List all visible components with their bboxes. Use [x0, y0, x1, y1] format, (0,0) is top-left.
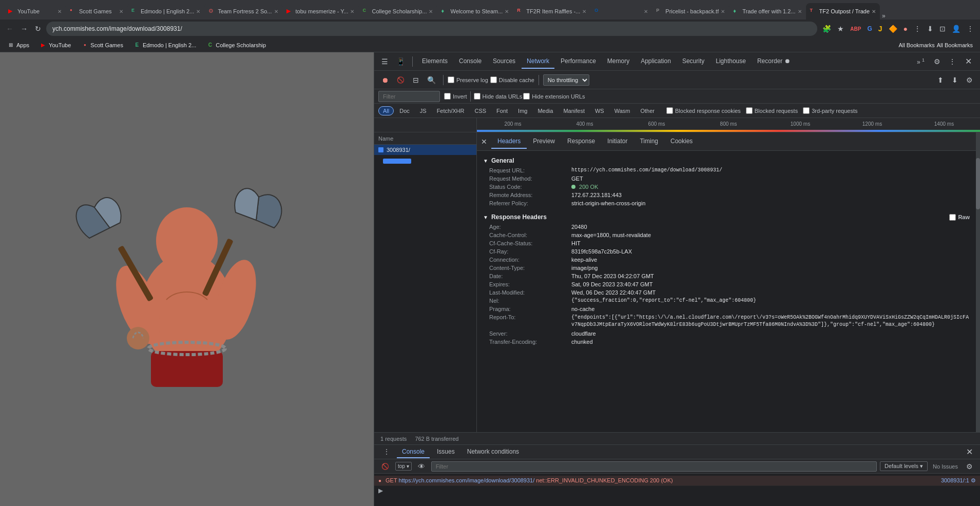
devtools-tab-console[interactable]: Console	[454, 54, 487, 69]
network-filter-input[interactable]	[378, 91, 440, 102]
hide-data-urls-checkbox[interactable]: Hide data URLs	[474, 93, 523, 100]
tab-outlook-close[interactable]: ✕	[644, 9, 648, 14]
devtools-more-tabs[interactable]: » 1	[913, 55, 929, 68]
devtools-tab-recorder[interactable]: Recorder ⏺	[752, 54, 796, 69]
response-headers-section-header[interactable]: ▼ Response Headers Raw	[477, 211, 976, 223]
blocked-requests-checkbox[interactable]: Blocked requests	[746, 107, 798, 114]
tab-youtube[interactable]: ▶ YouTube ✕	[4, 3, 66, 20]
devtools-focus-button[interactable]: ⋮	[946, 55, 959, 68]
reload-button[interactable]: ↻	[33, 23, 43, 35]
network-export-button[interactable]: ⬇	[949, 74, 961, 86]
tab-steam[interactable]: ♦ Welcome to Steam... ✕	[437, 3, 513, 20]
forward-button[interactable]: →	[18, 23, 30, 35]
extra-button2[interactable]: ●	[901, 23, 910, 35]
tab-edmodo[interactable]: E Edmodo | English 2... ✕	[127, 3, 204, 20]
preserve-log-checkbox[interactable]: Preserve log	[448, 76, 488, 83]
devtools-tab-application[interactable]: Application	[636, 54, 676, 69]
bookmark-all[interactable]: All Bookmarks All Bookmarks	[895, 41, 976, 49]
tab-college-close[interactable]: ✕	[429, 9, 433, 14]
network-import-button[interactable]: ⬆	[934, 74, 947, 86]
devtools-tab-network[interactable]: Network	[522, 54, 554, 69]
drawer-tab-issues[interactable]: Issues	[432, 446, 460, 458]
console-levels-button[interactable]: Default levels ▾	[880, 461, 928, 471]
raw-checkbox[interactable]: Raw	[949, 214, 970, 221]
disable-cache-input[interactable]	[490, 76, 497, 83]
tab-tf2raffles[interactable]: R TF2R Item Raffles -... ✕	[513, 3, 590, 20]
tab-tobu-close[interactable]: ✕	[350, 9, 354, 14]
devtools-tab-lighthouse[interactable]: Lighthouse	[710, 54, 751, 69]
tab-tf2so[interactable]: ⚙ Team Fortress 2 So... ✕	[204, 3, 282, 20]
devtools-settings-button[interactable]: ⚙	[931, 55, 944, 68]
tab-tradeoffer-close[interactable]: ✕	[798, 9, 802, 14]
filter-manifest[interactable]: Manifest	[559, 106, 589, 115]
detail-tab-headers[interactable]: Headers	[491, 134, 527, 149]
raw-checkbox-input[interactable]	[949, 214, 956, 221]
bookmark-apps[interactable]: ⊞ Apps	[4, 41, 32, 50]
devtools-tab-elements[interactable]: Elements	[417, 54, 453, 69]
hide-data-urls-input[interactable]	[474, 93, 481, 100]
devtools-tab-security[interactable]: Security	[677, 54, 709, 69]
console-eye-button[interactable]: 👁	[415, 460, 428, 473]
tab-tf2outpost-close[interactable]: ✕	[872, 9, 876, 14]
bookmark-scott-games[interactable]: ● Scott Games	[78, 41, 126, 50]
detail-tab-preview[interactable]: Preview	[527, 134, 561, 149]
network-clear-button[interactable]: 🚫	[394, 74, 408, 86]
more-tabs-button[interactable]: »	[880, 12, 888, 20]
extra-button1[interactable]: 🔶	[887, 23, 899, 35]
filter-font[interactable]: Font	[492, 106, 512, 115]
filter-css[interactable]: CSS	[470, 106, 491, 115]
tab-scott-games-close[interactable]: ✕	[119, 9, 123, 14]
network-search-button[interactable]: 🔍	[424, 74, 439, 86]
star-button[interactable]: ★	[835, 23, 846, 35]
filter-doc[interactable]: Doc	[395, 106, 414, 115]
details-scrollbar-thumb[interactable]	[976, 158, 980, 209]
detail-tab-response[interactable]: Response	[561, 134, 601, 149]
bookmark-college[interactable]: C College Scholarship	[203, 41, 269, 50]
network-filter-toggle[interactable]: ⊟	[410, 74, 422, 86]
drawer-close-button[interactable]: ✕	[963, 445, 976, 459]
devtools-tab-performance[interactable]: Performance	[555, 54, 601, 69]
drawer-hamburger[interactable]: ⋮	[378, 446, 395, 458]
detail-tab-cookies[interactable]: Cookies	[664, 134, 699, 149]
google-account-button[interactable]: G	[865, 23, 874, 34]
tab-pricelist-close[interactable]: ✕	[721, 9, 725, 14]
profile-button[interactable]: 👤	[950, 23, 963, 35]
address-input[interactable]	[46, 22, 817, 36]
console-clear-button[interactable]: 🚫	[378, 461, 392, 472]
general-section-header[interactable]: ▼ General	[477, 155, 976, 166]
filter-all[interactable]: All	[378, 106, 394, 115]
filter-wasm[interactable]: Wasm	[610, 106, 635, 115]
invert-input[interactable]	[444, 93, 451, 100]
throttle-select[interactable]: No throttling	[543, 74, 589, 86]
j-button[interactable]: J	[876, 23, 885, 35]
console-expand-row[interactable]: ▶	[374, 486, 980, 495]
tab-outlook[interactable]: O ✕	[590, 3, 652, 20]
blocked-requests-input[interactable]	[746, 107, 753, 114]
console-error-url[interactable]: https://ych.commishes.com/image/download…	[399, 477, 535, 483]
third-party-requests-input[interactable]	[803, 107, 810, 114]
abp-button[interactable]: ABP	[848, 24, 863, 34]
filter-ws[interactable]: WS	[590, 106, 609, 115]
details-close-button[interactable]: ✕	[477, 135, 491, 148]
console-error-source[interactable]: 3008931/:1 ⚙	[941, 477, 976, 484]
blocked-response-cookies-input[interactable]	[666, 107, 673, 114]
tab-scott-games[interactable]: ● Scott Games ✕	[66, 3, 127, 20]
tab-tf2so-close[interactable]: ✕	[274, 9, 278, 14]
filter-media[interactable]: Media	[533, 106, 558, 115]
network-record-button[interactable]: ⏺	[378, 74, 392, 86]
preserve-log-input[interactable]	[448, 76, 454, 83]
third-party-requests-checkbox[interactable]: 3rd-party requests	[803, 107, 857, 114]
drawer-tab-network-conditions[interactable]: Network conditions	[462, 446, 524, 458]
hide-extension-urls-input[interactable]	[523, 93, 530, 100]
tab-tobu[interactable]: ▶ tobu mesmerize - Y... ✕	[282, 3, 359, 20]
console-context-toggle[interactable]: top ▾	[395, 462, 412, 471]
filter-js[interactable]: JS	[415, 106, 431, 115]
download-button[interactable]: ⬇	[925, 23, 935, 35]
menu-button[interactable]: ⋮	[965, 23, 976, 35]
tab-tf2outpost[interactable]: T TF2 Outpost / Trade ✕	[806, 3, 880, 20]
invert-checkbox[interactable]: Invert	[444, 93, 467, 100]
filter-img[interactable]: Img	[513, 106, 532, 115]
tab-tf2raffles-close[interactable]: ✕	[582, 9, 586, 14]
bookmark-edmodo[interactable]: E Edmodo | English 2...	[130, 41, 199, 50]
devtools-tab-memory[interactable]: Memory	[602, 54, 635, 69]
